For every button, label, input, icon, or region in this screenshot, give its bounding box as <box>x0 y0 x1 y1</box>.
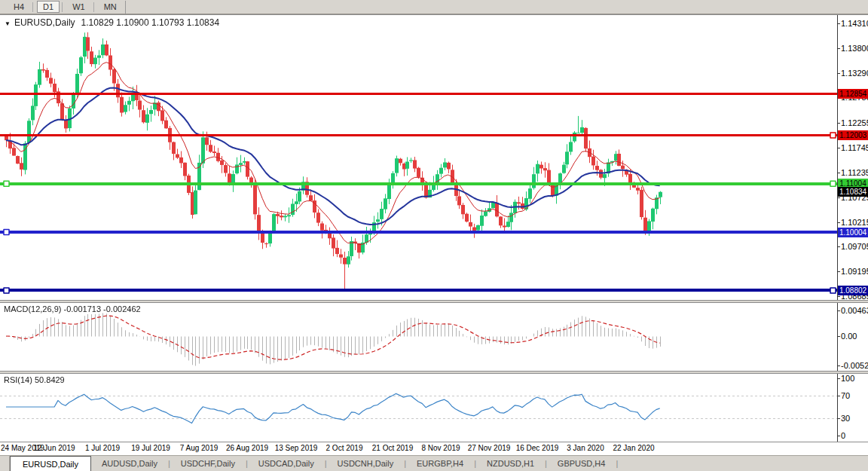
chart-tab-bar: EURUSD,DailyAUDUSD,Daily|USDCHF,Daily|US… <box>0 455 868 471</box>
symbol-dropdown-icon[interactable]: ▼ <box>5 20 11 27</box>
tab-audusd-daily[interactable]: AUDUSD,Daily <box>91 456 168 471</box>
date-label: 16 Dec 2019 <box>513 444 561 452</box>
toolbar-separator <box>32 2 33 12</box>
date-label: 3 Jan 2020 <box>561 444 610 452</box>
date-label: 19 Jul 2019 <box>127 444 175 452</box>
tab-eurusd-daily[interactable]: EURUSD,Daily <box>10 456 91 471</box>
date-label: 22 Jan 2020 <box>610 444 658 452</box>
price-tick-label: 1.10215 <box>841 218 868 227</box>
rsi-label: RSI(14) 50.8429 <box>4 375 65 384</box>
main-chart-canvas[interactable] <box>0 15 837 300</box>
timeframe-button-d1[interactable]: D1 <box>37 1 60 13</box>
rsi-tick-label: 30 <box>841 414 850 423</box>
macd-tick-label: 0.00463 <box>841 306 868 315</box>
price-level-label[interactable]: 1.08802 <box>838 286 868 295</box>
price-level-label[interactable]: 1.10004 <box>838 228 868 237</box>
price-tick-label: 1.11235 <box>841 168 868 177</box>
date-label: 7 Aug 2019 <box>175 444 223 452</box>
macd-name: MACD(12,26,9) <box>4 304 61 313</box>
chart-ohlc-values: 1.10829 1.10900 1.10793 1.10834 <box>81 17 220 28</box>
macd-panel: MACD(12,26,9) -0.001713 -0.002462 <box>0 303 838 371</box>
price-tick-label: 1.13290 <box>841 69 868 78</box>
timeframe-button-mn[interactable]: MN <box>98 1 123 13</box>
date-label: 8 Nov 2019 <box>417 444 465 452</box>
tab-gbpusd-h4[interactable]: GBPUSD,H4 <box>547 456 616 471</box>
rsi-value: 50.8429 <box>35 375 65 384</box>
time-axis[interactable]: 24 May 201912 Jun 20191 Jul 201919 Jul 2… <box>0 442 868 455</box>
toolbar-separator <box>62 2 63 12</box>
timeframe-toolbar: H4D1W1MN <box>0 0 868 14</box>
rsi-canvas[interactable] <box>0 374 837 442</box>
price-level-label[interactable]: 1.12003 <box>838 130 868 140</box>
date-label: 26 Aug 2019 <box>223 444 271 452</box>
price-tick-label: 1.13800 <box>841 44 868 53</box>
date-label: 13 Sep 2019 <box>272 444 320 452</box>
chart-symbol-label: EURUSD,Daily <box>14 17 75 28</box>
rsi-tick-label: 70 <box>841 391 850 400</box>
macd-tick-label: 0.00 <box>841 332 857 341</box>
tab-eurgbp-h4[interactable]: EURGBP,H4 <box>406 456 474 471</box>
toolbar-separator <box>93 2 94 12</box>
tab-separator: | <box>616 456 618 471</box>
terminal-window: H4D1W1MN ▼EURUSD,Daily1.10829 1.10900 1.… <box>0 0 868 471</box>
price-tick-label: 1.09195 <box>841 267 868 276</box>
date-label: 1 Jul 2019 <box>78 444 127 452</box>
rsi-tick-label: 100 <box>841 374 854 383</box>
tab-usdchf-daily[interactable]: USDCHF,Daily <box>170 456 246 471</box>
current-price-label: 1.10834 <box>838 187 868 197</box>
macd-values: -0.001713 -0.002462 <box>63 304 140 313</box>
date-label: 2 Oct 2019 <box>320 444 368 452</box>
date-label: 27 Nov 2019 <box>465 444 513 452</box>
rsi-tick-label: 0 <box>841 431 845 440</box>
tab-nzdusd-h1[interactable]: NZDUSD,H1 <box>476 456 545 471</box>
timeframe-button-w1[interactable]: W1 <box>66 1 91 13</box>
price-tick-label: 1.14310 <box>841 19 868 28</box>
tab-usdcnh-daily[interactable]: USDCNH,Daily <box>327 456 405 471</box>
price-tick-label: 1.11745 <box>841 143 868 152</box>
rsi-name: RSI(14) <box>4 375 32 384</box>
price-tick-label: 1.12255 <box>841 118 868 127</box>
tab-usdcad-daily[interactable]: USDCAD,Daily <box>248 456 325 471</box>
date-label: 12 Jun 2019 <box>30 444 78 452</box>
chart-title: ▼EURUSD,Daily1.10829 1.10900 1.10793 1.1… <box>5 17 219 28</box>
timeframe-button-h4[interactable]: H4 <box>8 1 30 13</box>
price-tick-label: 1.09705 <box>841 242 868 251</box>
toolbar-separator <box>125 1 126 14</box>
price-level-label[interactable]: 1.12854 <box>838 89 868 99</box>
rsi-panel: RSI(14) 50.8429 <box>0 374 838 442</box>
date-label: 21 Oct 2019 <box>368 444 417 452</box>
macd-tick-label: -0.005299 <box>841 361 868 370</box>
main-chart-panel: ▼EURUSD,Daily1.10829 1.10900 1.10793 1.1… <box>0 15 838 300</box>
macd-label: MACD(12,26,9) -0.001713 -0.002462 <box>4 304 141 313</box>
